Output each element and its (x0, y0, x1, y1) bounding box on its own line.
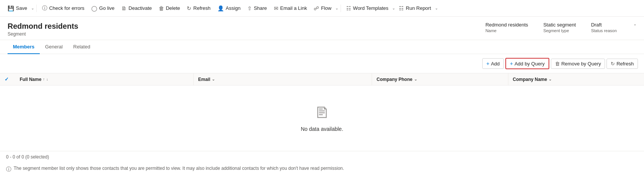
share-button[interactable]: ⇧ Share (244, 4, 270, 13)
meta-status: Draft Status reason (591, 22, 617, 33)
email-link-icon: ✉ (274, 5, 278, 11)
assign-button[interactable]: 👤 Assign (214, 4, 244, 13)
email-link-button[interactable]: ✉ Email a Link (271, 4, 310, 13)
save-button[interactable]: 💾 Save (5, 4, 30, 13)
page-title: Redmond residents (8, 22, 78, 31)
page-title-area: Redmond residents Segment (8, 22, 78, 37)
meta-segment-type: Static segment Segment type (543, 22, 576, 33)
sub-refresh-icon: ↻ (611, 61, 615, 67)
check-errors-icon: ⓘ (42, 5, 47, 12)
toolbar: 💾 Save ⌄ ⓘ Check for errors ◯ Go live 🗎 … (0, 0, 644, 17)
company-sort-icon: ⌄ (549, 77, 552, 81)
deactivate-button[interactable]: 🗎 Deactivate (118, 4, 155, 13)
page-header: Redmond residents Segment Redmond reside… (0, 17, 644, 40)
word-templates-icon: ☷ (346, 5, 351, 11)
sub-refresh-button[interactable]: ↻ Refresh (606, 59, 638, 69)
th-fullname-label: Full Name (20, 77, 41, 82)
flow-dropdown-icon[interactable]: ⌄ (335, 6, 338, 10)
sort-desc-icon: ↓ (46, 77, 48, 81)
meta-name: Redmond residents Name (485, 22, 528, 33)
assign-icon: 👤 (217, 5, 224, 11)
th-checkbox[interactable]: ✓ (0, 73, 15, 85)
delete-icon: 🗑 (159, 5, 164, 11)
meta-status-label: Status reason (591, 28, 617, 33)
select-all-checkbox[interactable]: ✓ (5, 76, 9, 82)
refresh-button[interactable]: ↻ Refresh (184, 4, 214, 13)
run-report-dropdown-icon[interactable]: ⌄ (435, 6, 438, 10)
meta-status-value: Draft (591, 22, 617, 28)
th-company-label: Company Name (513, 77, 547, 82)
check-errors-button[interactable]: ⓘ Check for errors (39, 3, 88, 13)
flow-button[interactable]: ☍ Flow (311, 4, 334, 13)
deactivate-icon: 🗎 (121, 5, 127, 11)
run-report-button[interactable]: ☷ Run Report (396, 4, 434, 13)
divider-2 (341, 5, 341, 12)
delete-button[interactable]: 🗑 Delete (156, 4, 183, 13)
add-by-query-icon: + (510, 61, 513, 67)
tabs: Members General Related (0, 40, 644, 54)
table-header: ✓ Full Name ↑ ↓ Email ⌄ Company Phone ⌄ … (0, 73, 644, 85)
phone-sort-icon: ⌄ (414, 77, 417, 81)
th-fullname[interactable]: Full Name ↑ ↓ (15, 73, 194, 85)
meta-name-value: Redmond residents (485, 22, 528, 28)
info-icon: ⓘ (6, 166, 11, 173)
th-phone[interactable]: Company Phone ⌄ (372, 73, 508, 85)
meta-name-label: Name (485, 28, 528, 33)
count-text: 0 - 0 of 0 (0 selected) (6, 154, 49, 160)
tab-members[interactable]: Members (8, 40, 40, 54)
meta-segment-type-label: Segment type (543, 28, 576, 33)
save-icon: 💾 (8, 5, 14, 11)
word-templates-button[interactable]: ☷ Word Templates (343, 4, 391, 13)
empty-state: 🖹 No data available. (0, 85, 644, 151)
add-button[interactable]: + Add (482, 58, 504, 69)
flow-icon: ☍ (314, 5, 319, 11)
sub-toolbar: + Add + Add by Query 🗑 Remove by Query ↻… (0, 54, 644, 73)
page-meta: Redmond residents Name Static segment Se… (485, 22, 636, 33)
add-by-query-button[interactable]: + Add by Query (505, 58, 549, 69)
email-sort-icon: ⌄ (212, 77, 215, 81)
page-subtitle: Segment (8, 31, 78, 37)
sort-asc-icon: ↑ (43, 77, 45, 81)
notice-text: The segment member list only shows those… (14, 166, 344, 171)
remove-by-query-button[interactable]: 🗑 Remove by Query (551, 59, 605, 69)
empty-text: No data available. (301, 126, 343, 132)
meta-segment-type-value: Static segment (543, 22, 576, 28)
tab-related[interactable]: Related (68, 40, 95, 54)
go-live-button[interactable]: ◯ Go live (88, 4, 117, 13)
add-icon: + (486, 61, 489, 67)
remove-by-query-icon: 🗑 (555, 61, 560, 67)
divider-1 (36, 5, 37, 12)
share-icon: ⇧ (247, 5, 252, 11)
tab-general[interactable]: General (40, 40, 68, 54)
content-area: + Add + Add by Query 🗑 Remove by Query ↻… (0, 54, 644, 177)
info-notice: ⓘ The segment member list only shows tho… (0, 163, 644, 177)
meta-dropdown-icon[interactable]: ⌄ (633, 22, 636, 26)
th-email-label: Email (198, 77, 210, 82)
go-live-icon: ◯ (91, 5, 97, 11)
save-dropdown-icon[interactable]: ⌄ (31, 6, 34, 10)
th-email[interactable]: Email ⌄ (194, 73, 372, 85)
empty-icon: 🖹 (314, 104, 330, 121)
th-phone-label: Company Phone (377, 77, 413, 82)
refresh-icon: ↻ (187, 5, 191, 11)
th-company[interactable]: Company Name ⌄ (508, 73, 644, 85)
run-report-icon: ☷ (399, 5, 404, 11)
word-templates-dropdown-icon[interactable]: ⌄ (392, 6, 395, 10)
table-footer: 0 - 0 of 0 (0 selected) (0, 151, 644, 163)
